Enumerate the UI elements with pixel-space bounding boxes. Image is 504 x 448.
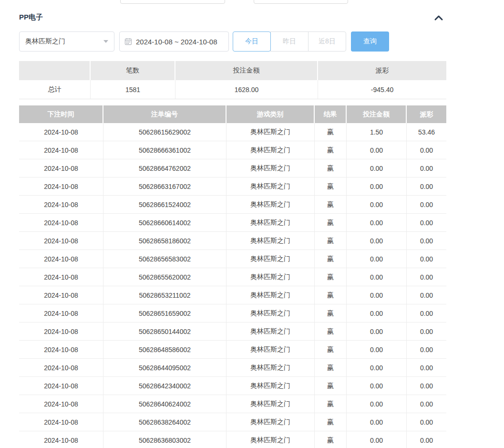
cell-result: 赢: [315, 323, 347, 340]
cell-bet-amount: 0.00: [347, 323, 407, 340]
cell-game-type: 奥林匹斯之门: [226, 141, 315, 159]
summary-count-value: 1581: [91, 80, 175, 99]
cell-bet-amount: 0.00: [347, 250, 407, 268]
quick-date-button-group: 今日 昨日 近8日: [233, 31, 346, 52]
cell-result: 赢: [315, 196, 347, 213]
cell-bet-amount: 0.00: [347, 341, 407, 358]
cell-bet-time: 2024-10-08: [19, 341, 103, 358]
cell-payout: 0.00: [407, 286, 446, 304]
cell-bet-id: 50628664762002: [103, 159, 226, 177]
cell-game-type: 奥林匹斯之门: [226, 232, 315, 250]
summary-total-row: 总计 1581 1628.00 -945.40: [19, 80, 446, 99]
cell-bet-amount: 0.00: [347, 214, 407, 231]
table-row: 2024-10-0850628650144002奥林匹斯之门赢0.000.00: [19, 323, 446, 341]
table-row: 2024-10-0850628656583002奥林匹斯之门赢0.000.00: [19, 250, 446, 268]
summary-header-bet-amount: 投注金额: [175, 61, 318, 80]
today-button[interactable]: 今日: [233, 31, 271, 52]
table-row: 2024-10-0850628636803002奥林匹斯之门赢0.000.00: [19, 431, 446, 448]
bet-table-header-row: 下注时间 注单编号 游戏类别 结果 投注金额 派彩: [19, 105, 446, 123]
cell-result: 赢: [315, 413, 347, 431]
cell-payout: 0.00: [407, 268, 446, 286]
cell-payout: 0.00: [407, 341, 446, 358]
calendar-icon: [124, 38, 132, 45]
cell-bet-time: 2024-10-08: [19, 141, 103, 159]
cell-game-type: 奥林匹斯之门: [226, 177, 315, 195]
cell-result: 赢: [315, 159, 347, 177]
cell-bet-time: 2024-10-08: [19, 232, 103, 250]
caret-down-icon: [103, 40, 108, 43]
cell-game-type: 奥林匹斯之门: [226, 250, 315, 268]
cell-bet-id: 50628666361002: [103, 141, 226, 159]
cell-game-type: 奥林匹斯之门: [226, 341, 315, 358]
top-partial-input-2[interactable]: [254, 0, 348, 4]
cell-bet-time: 2024-10-08: [19, 214, 103, 231]
table-row: 2024-10-0850628615629002奥林匹斯之门赢1.5053.46: [19, 123, 446, 141]
cell-result: 赢: [315, 304, 347, 322]
cell-game-type: 奥林匹斯之门: [226, 123, 315, 141]
cell-result: 赢: [315, 359, 347, 376]
cell-bet-id: 50628642340002: [103, 377, 226, 395]
table-row: 2024-10-0850628664762002奥林匹斯之门赢0.000.00: [19, 159, 446, 177]
cell-game-type: 奥林匹斯之门: [226, 413, 315, 431]
table-row: 2024-10-0850628658186002奥林匹斯之门赢0.000.00: [19, 232, 446, 250]
header-game-type: 游戏类别: [226, 105, 315, 123]
cell-payout: 0.00: [407, 431, 446, 448]
cell-bet-amount: 0.00: [347, 431, 407, 448]
cell-bet-id: 50628638264002: [103, 413, 226, 431]
cell-bet-amount: 0.00: [347, 141, 407, 159]
cell-game-type: 奥林匹斯之门: [226, 159, 315, 177]
cell-payout: 0.00: [407, 141, 446, 159]
cell-bet-amount: 1.50: [347, 123, 407, 141]
table-row: 2024-10-0850628644095002奥林匹斯之门赢0.000.00: [19, 359, 446, 377]
header-bet-time: 下注时间: [19, 105, 103, 123]
cell-payout: 53.46: [407, 123, 446, 141]
cell-bet-amount: 0.00: [347, 177, 407, 195]
cell-payout: 0.00: [407, 232, 446, 250]
cell-bet-id: 50628655620002: [103, 268, 226, 286]
cell-bet-id: 50628661524002: [103, 196, 226, 213]
cell-result: 赢: [315, 232, 347, 250]
cell-bet-id: 50628653211002: [103, 286, 226, 304]
top-partial-input-1[interactable]: [120, 0, 225, 4]
cell-payout: 0.00: [407, 413, 446, 431]
header-payout: 派彩: [407, 105, 446, 123]
cell-bet-amount: 0.00: [347, 286, 407, 304]
bet-table-body: 2024-10-0850628615629002奥林匹斯之门赢1.5053.46…: [19, 123, 446, 448]
cell-bet-amount: 0.00: [347, 232, 407, 250]
cell-payout: 0.00: [407, 196, 446, 213]
cell-bet-amount: 0.00: [347, 196, 407, 213]
collapse-section-button[interactable]: [431, 11, 446, 24]
cell-game-type: 奥林匹斯之门: [226, 395, 315, 413]
summary-payout-value: -945.40: [318, 80, 446, 99]
cell-result: 赢: [315, 341, 347, 358]
cell-game-type: 奥林匹斯之门: [226, 304, 315, 322]
summary-bet-amount-value: 1628.00: [175, 80, 318, 99]
cell-game-type: 奥林匹斯之门: [226, 323, 315, 340]
cell-payout: 0.00: [407, 304, 446, 322]
cell-bet-time: 2024-10-08: [19, 250, 103, 268]
cell-bet-amount: 0.00: [347, 359, 407, 376]
cell-bet-id: 50628663167002: [103, 177, 226, 195]
cell-bet-id: 50628656583002: [103, 250, 226, 268]
summary-header-blank: [19, 61, 91, 80]
cell-payout: 0.00: [407, 359, 446, 376]
chevron-up-icon: [434, 14, 443, 21]
cell-bet-id: 50628658186002: [103, 232, 226, 250]
cell-game-type: 奥林匹斯之门: [226, 214, 315, 231]
header-bet-id: 注单编号: [103, 105, 226, 123]
cell-result: 赢: [315, 431, 347, 448]
yesterday-button[interactable]: 昨日: [270, 31, 309, 52]
table-row: 2024-10-0850628653211002奥林匹斯之门赢0.000.00: [19, 286, 446, 304]
cell-game-type: 奥林匹斯之门: [226, 196, 315, 213]
cell-bet-amount: 0.00: [347, 413, 407, 431]
cell-bet-time: 2024-10-08: [19, 431, 103, 448]
date-range-input[interactable]: 2024-10-08 ~ 2024-10-08: [119, 31, 229, 52]
table-row: 2024-10-0850628640624002奥林匹斯之门赢0.000.00: [19, 395, 446, 413]
game-select[interactable]: 奥林匹斯之门: [19, 31, 114, 52]
cell-bet-time: 2024-10-08: [19, 359, 103, 376]
section-title: PP电子: [19, 13, 43, 22]
cell-result: 赢: [315, 377, 347, 395]
cell-payout: 0.00: [407, 177, 446, 195]
last-8-days-button[interactable]: 近8日: [308, 31, 346, 52]
search-button[interactable]: 查询: [351, 31, 389, 52]
